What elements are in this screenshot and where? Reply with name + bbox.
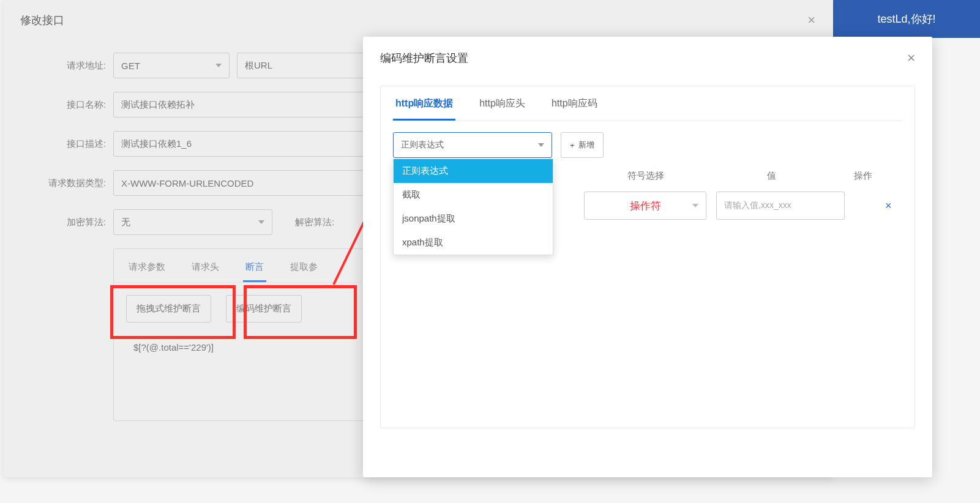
dec-label: 解密算法: (295, 217, 342, 228)
dialog-header: 修改接口 × (3, 0, 832, 40)
inner-dialog-title: 编码维护断言设置 (380, 51, 468, 65)
enc-value: 无 (121, 217, 130, 228)
chevron-down-icon (215, 64, 222, 67)
type-label: 请求数据类型: (28, 177, 113, 189)
tab-http-response-code[interactable]: http响应码 (549, 97, 600, 121)
value-placeholder: 请输入值,xxx_xxx (724, 200, 791, 211)
dropdown-option-jsonpath[interactable]: jsonpath提取 (394, 207, 553, 231)
dropdown-option-regex[interactable]: 正则表达式 (394, 159, 553, 183)
th-operator: 符号选择 (575, 170, 716, 182)
tab-http-response-header[interactable]: http响应头 (477, 97, 528, 121)
add-row: 正则表达式 正则表达式 截取 jsonpath提取 xpath提取 + 新增 (393, 132, 902, 158)
inner-dialog-header: 编码维护断言设置 × (363, 37, 932, 80)
operator-select[interactable]: 操作符 (584, 192, 706, 220)
dialog-title: 修改接口 (20, 13, 64, 28)
code-assert-button[interactable]: 编码维护断言 (226, 295, 302, 322)
operator-value: 操作符 (630, 199, 661, 213)
plus-icon: + (570, 141, 575, 150)
tab-http-response-data[interactable]: http响应数据 (393, 97, 455, 121)
inner-body: http响应数据 http响应头 http响应码 正则表达式 正则表达式 截取 … (363, 80, 932, 434)
chevron-down-icon (692, 204, 698, 207)
add-label: 新增 (578, 140, 594, 151)
desc-label: 接口描述: (28, 138, 113, 150)
enc-label: 加密算法: (28, 217, 113, 228)
add-button[interactable]: + 新增 (561, 132, 604, 158)
name-value: 测试接口依赖拓补 (121, 99, 195, 111)
enc-select[interactable]: 无 (113, 209, 272, 235)
tab-assertion[interactable]: 断言 (243, 256, 266, 282)
method-select[interactable]: GET (113, 53, 230, 78)
tab-request-params[interactable]: 请求参数 (126, 256, 168, 282)
expr-dropdown: 正则表达式 截取 jsonpath提取 xpath提取 (393, 158, 553, 255)
greeting-text: testLd,你好! (877, 12, 935, 26)
type-value: X-WWW-FORM-URLENCODED (121, 178, 253, 188)
tab-extract[interactable]: 提取参 (288, 256, 320, 282)
method-value: GET (121, 61, 140, 71)
inner-tabs: http响应数据 http响应头 http响应码 (393, 97, 902, 121)
th-value: 值 (716, 170, 826, 182)
dropdown-option-substring[interactable]: 截取 (394, 183, 553, 207)
chevron-down-icon (538, 143, 544, 147)
name-label: 接口名称: (28, 99, 113, 111)
value-input[interactable]: 请输入值,xxx_xxx (716, 192, 845, 220)
th-action: 操作 (826, 170, 900, 182)
tab-request-headers[interactable]: 请求头 (189, 256, 222, 282)
dropdown-option-xpath[interactable]: xpath提取 (394, 231, 553, 255)
url-value: 根URL (245, 60, 272, 72)
close-icon[interactable]: × (907, 50, 915, 66)
inner-panel: http响应数据 http响应头 http响应码 正则表达式 正则表达式 截取 … (380, 86, 915, 428)
assertion-settings-dialog: 编码维护断言设置 × http响应数据 http响应头 http响应码 正则表达… (363, 37, 932, 477)
expr-value: 正则表达式 (401, 140, 444, 151)
expression-type-select[interactable]: 正则表达式 正则表达式 截取 jsonpath提取 xpath提取 (393, 132, 552, 158)
drag-assert-button[interactable]: 拖拽式维护断言 (126, 295, 211, 322)
delete-icon[interactable]: × (885, 199, 892, 212)
header-greeting: testLd,你好! (833, 0, 980, 38)
close-icon[interactable]: × (807, 12, 815, 28)
desc-value: 测试接口依赖1_6 (121, 138, 192, 150)
chevron-down-icon (258, 220, 264, 224)
url-label: 请求地址: (28, 60, 113, 72)
